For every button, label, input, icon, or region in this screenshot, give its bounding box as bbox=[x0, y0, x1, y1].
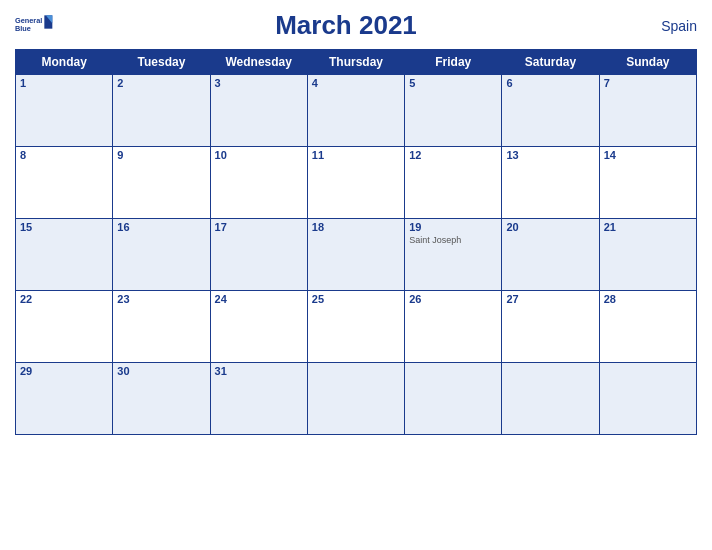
day-10: 10 bbox=[210, 147, 307, 219]
day-27: 27 bbox=[502, 291, 599, 363]
day-1: 1 bbox=[16, 75, 113, 147]
header-wednesday: Wednesday bbox=[210, 50, 307, 75]
day-28: 28 bbox=[599, 291, 696, 363]
month-title: March 2021 bbox=[55, 10, 637, 41]
day-19: 19 Saint Joseph bbox=[405, 219, 502, 291]
day-9: 9 bbox=[113, 147, 210, 219]
week-row-1: 1 2 3 4 5 6 7 bbox=[16, 75, 697, 147]
day-29: 29 bbox=[16, 363, 113, 435]
week-row-4: 22 23 24 25 26 27 28 bbox=[16, 291, 697, 363]
week-row-2: 8 9 10 11 12 13 14 bbox=[16, 147, 697, 219]
day-16: 16 bbox=[113, 219, 210, 291]
day-18: 18 bbox=[307, 219, 404, 291]
day-3: 3 bbox=[210, 75, 307, 147]
day-11: 11 bbox=[307, 147, 404, 219]
header-friday: Friday bbox=[405, 50, 502, 75]
day-12: 12 bbox=[405, 147, 502, 219]
day-23: 23 bbox=[113, 291, 210, 363]
day-8: 8 bbox=[16, 147, 113, 219]
day-5: 5 bbox=[405, 75, 502, 147]
day-2: 2 bbox=[113, 75, 210, 147]
day-6: 6 bbox=[502, 75, 599, 147]
day-empty-1 bbox=[307, 363, 404, 435]
weekday-header-row: Monday Tuesday Wednesday Thursday Friday… bbox=[16, 50, 697, 75]
logo: General Blue bbox=[15, 12, 55, 40]
day-14: 14 bbox=[599, 147, 696, 219]
day-20: 20 bbox=[502, 219, 599, 291]
header-tuesday: Tuesday bbox=[113, 50, 210, 75]
day-30: 30 bbox=[113, 363, 210, 435]
svg-text:Blue: Blue bbox=[15, 23, 31, 32]
header-saturday: Saturday bbox=[502, 50, 599, 75]
week-row-3: 15 16 17 18 19 Saint Joseph 20 21 bbox=[16, 219, 697, 291]
calendar-header: General Blue March 2021 Spain bbox=[15, 10, 697, 41]
day-15: 15 bbox=[16, 219, 113, 291]
day-empty-4 bbox=[599, 363, 696, 435]
day-21: 21 bbox=[599, 219, 696, 291]
day-26: 26 bbox=[405, 291, 502, 363]
header-thursday: Thursday bbox=[307, 50, 404, 75]
day-4: 4 bbox=[307, 75, 404, 147]
calendar-page: General Blue March 2021 Spain Monday Tue… bbox=[0, 0, 712, 550]
day-13: 13 bbox=[502, 147, 599, 219]
day-17: 17 bbox=[210, 219, 307, 291]
day-22: 22 bbox=[16, 291, 113, 363]
header-monday: Monday bbox=[16, 50, 113, 75]
day-31: 31 bbox=[210, 363, 307, 435]
day-empty-2 bbox=[405, 363, 502, 435]
day-7: 7 bbox=[599, 75, 696, 147]
country-label: Spain bbox=[637, 18, 697, 34]
day-empty-3 bbox=[502, 363, 599, 435]
day-24: 24 bbox=[210, 291, 307, 363]
calendar-table: Monday Tuesday Wednesday Thursday Friday… bbox=[15, 49, 697, 435]
day-25: 25 bbox=[307, 291, 404, 363]
header-sunday: Sunday bbox=[599, 50, 696, 75]
week-row-5: 29 30 31 bbox=[16, 363, 697, 435]
